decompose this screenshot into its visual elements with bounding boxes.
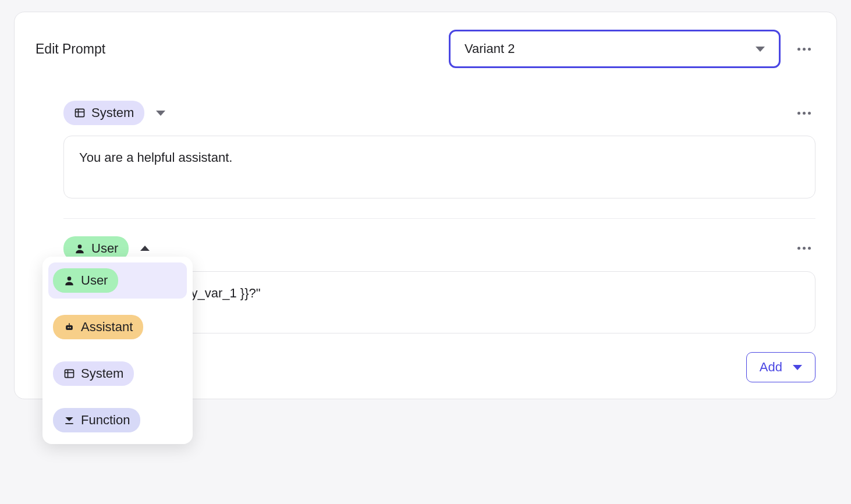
add-button-label: Add <box>760 360 782 375</box>
assistant-icon <box>63 321 75 333</box>
svg-point-4 <box>68 276 72 281</box>
role-picker-toggle[interactable] <box>138 242 152 255</box>
message-more-button[interactable] <box>792 237 815 260</box>
panel-more-button[interactable] <box>792 37 815 61</box>
variant-select-label: Variant 2 <box>464 41 515 56</box>
role-option-label: Function <box>81 413 130 428</box>
role-chip-label: System <box>91 105 134 120</box>
role-option-system[interactable]: System <box>48 356 187 392</box>
user-icon <box>74 243 86 254</box>
role-option-label: System <box>81 366 123 381</box>
chevron-down-icon <box>156 111 165 116</box>
variant-select[interactable]: Variant 2 <box>449 30 781 68</box>
message-block-system: System <box>63 101 815 201</box>
system-icon <box>74 107 86 119</box>
page-title: Edit Prompt <box>36 41 105 57</box>
role-option-label: User <box>81 273 108 288</box>
svg-point-3 <box>78 244 82 249</box>
user-icon <box>63 275 75 286</box>
message-header-left: System <box>63 101 168 125</box>
header-right: Variant 2 <box>449 30 815 68</box>
role-chip-user: User <box>53 268 118 293</box>
system-icon <box>63 368 75 379</box>
function-icon <box>63 414 75 426</box>
role-picker-toggle[interactable] <box>154 106 168 120</box>
svg-rect-0 <box>76 109 84 116</box>
svg-rect-9 <box>65 370 74 377</box>
divider <box>63 218 815 219</box>
role-chip-assistant: Assistant <box>53 315 143 339</box>
more-horizontal-icon <box>797 48 811 51</box>
header-left: Edit Prompt <box>36 41 105 57</box>
chevron-up-icon <box>140 246 150 251</box>
message-more-button[interactable] <box>792 101 815 125</box>
chevron-down-icon <box>756 47 765 52</box>
edit-prompt-panel: Edit Prompt Variant 2 System <box>14 12 837 399</box>
message-content-input[interactable] <box>63 136 815 198</box>
role-option-function[interactable]: Function <box>48 402 187 438</box>
svg-point-6 <box>68 327 69 328</box>
chevron-down-icon <box>793 365 802 370</box>
role-chip-system[interactable]: System <box>63 101 144 125</box>
svg-point-7 <box>70 327 71 328</box>
role-option-assistant[interactable]: Assistant <box>48 309 187 345</box>
more-horizontal-icon <box>797 247 811 250</box>
role-chip-system: System <box>53 361 134 386</box>
role-chip-function: Function <box>53 408 140 432</box>
panel-header: Edit Prompt Variant 2 <box>36 30 815 68</box>
role-chip-label: User <box>91 241 118 256</box>
role-option-user[interactable]: User <box>48 262 187 299</box>
role-picker-menu: User Assistant System <box>42 257 193 444</box>
more-horizontal-icon <box>797 112 811 115</box>
svg-rect-5 <box>66 325 73 330</box>
role-option-label: Assistant <box>81 320 133 335</box>
svg-rect-8 <box>69 323 70 325</box>
message-header: System <box>63 101 815 125</box>
add-message-button[interactable]: Add <box>746 352 815 382</box>
